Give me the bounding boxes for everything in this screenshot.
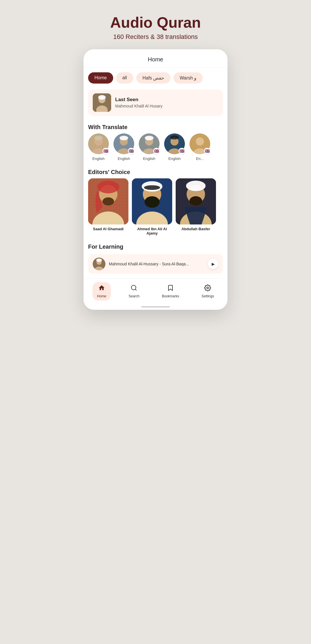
play-icon: ▶ — [212, 262, 215, 266]
play-button[interactable]: ▶ — [208, 259, 218, 269]
reciter-label-5: En... — [196, 156, 204, 161]
screen-content: Home Home all Hafs حفص Warsh و — [84, 49, 227, 310]
app-container: Audio Quran 160 Reciters & 38 translatio… — [78, 6, 233, 310]
editor-face-ahmed — [132, 178, 172, 224]
svg-point-15 — [145, 136, 153, 140]
tab-home[interactable]: Home — [88, 72, 113, 84]
reciter-circle-3: 🇬🇧 — [139, 133, 160, 154]
svg-point-44 — [96, 258, 102, 262]
svg-point-21 — [196, 137, 204, 146]
learning-avatar — [93, 258, 105, 270]
flag-badge-5: 🇬🇧 — [204, 148, 210, 154]
editor-name-ahmed: Ahmed Ibn Ali Al Ajamy — [132, 227, 172, 235]
nav-home[interactable]: Home — [92, 282, 111, 301]
flag-badge-4: 🇬🇧 — [179, 148, 185, 154]
nav-settings[interactable]: Settings — [197, 282, 219, 301]
svg-line-46 — [135, 289, 136, 290]
bookmark-icon — [167, 284, 174, 293]
translate-reciter-5[interactable]: 🇬🇧 En... — [189, 133, 210, 161]
flag-badge-1: 🇬🇧 — [103, 148, 109, 154]
translate-row: 🇬🇧 English — [84, 133, 227, 165]
translate-reciter-4[interactable]: 🇬🇧 English — [164, 133, 185, 161]
translate-reciter-2[interactable]: 🇬🇧 English — [113, 133, 134, 161]
nav-settings-label: Settings — [202, 294, 214, 298]
svg-point-33 — [145, 196, 160, 208]
avatar-image — [93, 93, 111, 112]
editor-face-basfer — [176, 178, 216, 224]
reciter-circle-1: 🇬🇧 — [88, 133, 109, 154]
nav-bookmarks-label: Bookmarks — [162, 294, 179, 298]
settings-icon — [204, 284, 211, 293]
reciter-label-4: English — [168, 156, 181, 161]
translate-reciter-1[interactable]: 🇬🇧 English — [88, 133, 109, 161]
last-seen-label: Last Seen — [115, 97, 162, 103]
svg-point-47 — [207, 287, 208, 289]
translate-reciter-3[interactable]: 🇬🇧 English — [139, 133, 160, 161]
nav-search-label: Search — [128, 294, 139, 298]
editor-ahmed[interactable]: Ahmed Ibn Ali Al Ajamy — [132, 178, 172, 235]
editor-image-saad — [88, 178, 128, 224]
flag-badge-3: 🇬🇧 — [153, 148, 160, 154]
svg-point-19 — [170, 135, 179, 139]
reciter-circle-4: 🇬🇧 — [164, 133, 185, 154]
reciter-circle-5: 🇬🇧 — [189, 133, 210, 154]
reciter-label-1: English — [92, 156, 105, 161]
bottom-nav: Home Search — [84, 278, 227, 306]
svg-point-45 — [131, 285, 136, 290]
tab-all[interactable]: all — [116, 72, 133, 84]
home-indicator — [141, 306, 170, 307]
svg-point-39 — [189, 196, 202, 205]
last-seen-name: Mahmoud Khalil Al Husary — [115, 104, 162, 108]
screen-title: Home — [84, 49, 227, 68]
editor-name-saad: Saad Al Ghamadi — [93, 227, 124, 231]
svg-point-7 — [94, 136, 103, 140]
svg-point-27 — [103, 197, 114, 205]
flag-badge-2: 🇬🇧 — [128, 148, 134, 154]
reciter-label-2: English — [118, 156, 130, 161]
svg-point-40 — [186, 181, 206, 191]
nav-search[interactable]: Search — [124, 282, 144, 301]
for-learning-header: For Learning — [84, 240, 227, 253]
search-icon — [130, 284, 137, 293]
app-subtitle: 160 Reciters & 38 translations — [84, 33, 227, 41]
marketing-header: Audio Quran 160 Reciters & 38 translatio… — [78, 6, 233, 46]
home-icon — [98, 284, 105, 293]
last-seen-info: Last Seen Mahmoud Khalil Al Husary — [115, 97, 162, 108]
editor-name-basfer: Abdullah Basfer — [181, 227, 210, 231]
learning-card[interactable]: Mahmoud Khalil Al-Hussary - Sura Al-Baqa… — [88, 254, 223, 274]
editors-row: Saad Al Ghamadi — [84, 178, 227, 240]
svg-point-35 — [144, 185, 160, 190]
nav-home-label: Home — [97, 294, 106, 298]
tab-hafs[interactable]: Hafs حفص — [136, 72, 170, 84]
app-title: Audio Quran — [84, 14, 227, 31]
learning-track-text: Mahmoud Khalil Al-Hussary - Sura Al-Baqa… — [109, 262, 204, 266]
editor-saad[interactable]: Saad Al Ghamadi — [88, 178, 128, 235]
editor-face-saad — [88, 178, 128, 224]
with-translate-header: With Translate — [84, 120, 227, 133]
editor-image-ahmed — [132, 178, 172, 224]
nav-bookmarks[interactable]: Bookmarks — [157, 282, 184, 301]
editor-image-basfer — [176, 178, 216, 224]
editor-basfer[interactable]: Abdullah Basfer — [176, 178, 216, 235]
svg-point-3 — [98, 95, 106, 100]
svg-point-28 — [97, 181, 119, 193]
last-seen-card[interactable]: Last Seen Mahmoud Khalil Al Husary — [88, 89, 223, 116]
last-seen-avatar — [93, 93, 111, 112]
editors-choice-header: Editors' Choice — [84, 165, 227, 178]
tab-warsh[interactable]: Warsh و — [173, 72, 203, 84]
reciter-silhouette — [93, 93, 111, 112]
reciter-label-3: English — [143, 156, 156, 161]
svg-point-11 — [120, 136, 128, 140]
reciter-circle-2: 🇬🇧 — [113, 133, 134, 154]
tab-bar: Home all Hafs حفص Warsh و — [84, 68, 227, 87]
learning-reciter-avatar — [93, 258, 105, 270]
phone-frame: Home Home all Hafs حفص Warsh و — [84, 49, 227, 310]
